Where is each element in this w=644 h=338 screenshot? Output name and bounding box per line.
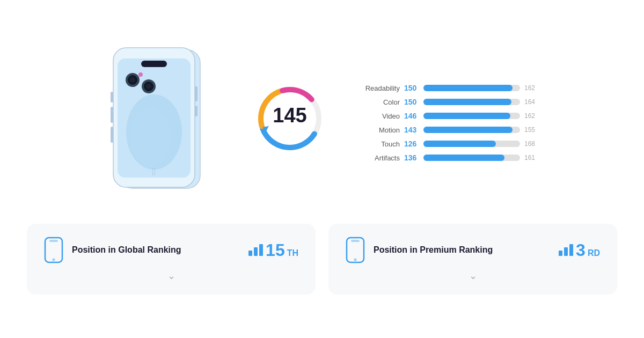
bar-score: 146 (404, 112, 419, 120)
bottom-cards: Position in Global Ranking 15TH ⌄ Pos (27, 224, 617, 295)
bar-max: 162 (524, 112, 539, 120)
rank-number: 3 (576, 240, 586, 260)
svg-rect-32 (351, 240, 360, 242)
svg-rect-17 (111, 107, 113, 123)
bar-track (423, 141, 520, 147)
svg-rect-15 (195, 106, 197, 116)
svg-rect-35 (564, 247, 568, 256)
svg-point-6 (130, 77, 135, 83)
bar-score: 136 (404, 153, 419, 162)
bar-fill (423, 155, 504, 161)
score-section: 145 (255, 84, 325, 162)
bar-fill (423, 99, 511, 105)
chevron-down-icon[interactable]: ⌄ (469, 270, 477, 282)
bar-max: 164 (524, 98, 539, 106)
bar-track (423, 155, 520, 161)
phone-section:  (105, 43, 223, 202)
bar-fill (423, 127, 513, 133)
rank-number: 15 (266, 240, 285, 260)
bar-score: 150 (404, 84, 419, 92)
card-title: Position in Global Ranking (72, 245, 181, 255)
bar-label: Readability (357, 84, 400, 92)
bar-max: 161 (524, 154, 539, 161)
bar-score: 126 (404, 139, 419, 148)
bar-fill (423, 141, 496, 147)
phone-small-icon (346, 237, 365, 263)
card-top: Position in Global Ranking 15TH (44, 237, 298, 263)
ranking-card: Position in Global Ranking 15TH ⌄ (27, 224, 316, 295)
bar-label: Color (357, 98, 400, 106)
svg-point-12 (130, 108, 171, 167)
bar-track (423, 99, 520, 105)
svg-rect-36 (569, 244, 573, 256)
bar-max: 162 (524, 84, 539, 92)
svg-rect-3 (141, 61, 167, 67)
bar-label: Touch (357, 140, 400, 148)
card-rank: 3RD (559, 240, 600, 260)
svg-rect-18 (111, 127, 113, 143)
svg-point-9 (146, 84, 151, 89)
svg-rect-16 (111, 92, 113, 102)
bar-track (423, 127, 520, 133)
chevron-down-icon[interactable]: ⌄ (167, 270, 175, 282)
score-ring: 145 (255, 84, 325, 153)
bar-track (423, 85, 520, 91)
card-title: Position in Premium Ranking (374, 245, 493, 255)
bar-fill (423, 113, 510, 119)
svg-rect-28 (248, 251, 252, 256)
bars-section: Readability 150 162 Color 150 164 Video … (357, 84, 539, 162)
bar-max: 155 (524, 126, 539, 134)
bar-row: Artifacts 136 161 (357, 153, 539, 162)
bar-score: 143 (404, 126, 419, 134)
svg-rect-30 (259, 244, 263, 256)
bar-label: Artifacts (357, 154, 400, 162)
bar-label: Motion (357, 126, 400, 134)
svg-point-10 (138, 72, 143, 77)
svg-rect-26 (49, 240, 58, 242)
svg-point-33 (354, 259, 357, 261)
bar-row: Motion 143 155 (357, 126, 539, 134)
bar-label: Video (357, 112, 400, 120)
bar-row: Video 146 162 (357, 112, 539, 120)
bar-max: 168 (524, 140, 539, 148)
phone-image:  (105, 43, 223, 194)
bar-chart-icon (559, 244, 574, 256)
bar-row: Color 150 164 (357, 98, 539, 106)
card-left: Position in Global Ranking (44, 237, 181, 263)
svg-rect-34 (559, 251, 562, 256)
ranking-card: Position in Premium Ranking 3RD ⌄ (328, 224, 617, 295)
svg-rect-29 (254, 247, 258, 256)
rank-suffix: TH (287, 248, 298, 258)
main-content:  145 (27, 43, 617, 202)
svg-text:145: 145 (273, 104, 306, 127)
card-rank: 15TH (248, 240, 298, 260)
card-left: Position in Premium Ranking (346, 237, 493, 263)
bar-track (423, 113, 520, 119)
svg-rect-14 (195, 86, 197, 101)
rank-suffix: RD (588, 248, 600, 258)
bar-row: Readability 150 162 (357, 84, 539, 92)
bar-score: 150 (404, 98, 419, 106)
bar-chart-icon (248, 244, 264, 256)
card-top: Position in Premium Ranking 3RD (346, 237, 600, 263)
phone-small-icon (44, 237, 63, 263)
svg-point-27 (53, 259, 55, 261)
bar-fill (423, 85, 513, 91)
bar-row: Touch 126 168 (357, 139, 539, 148)
svg-text::  (152, 166, 156, 177)
